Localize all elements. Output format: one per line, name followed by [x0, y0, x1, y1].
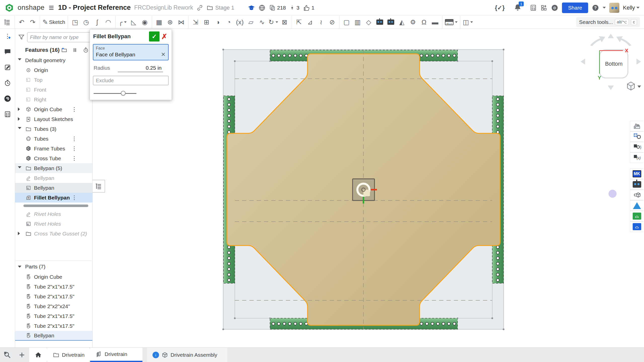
feature-state-dots-icon[interactable]: ⋮ [71, 136, 77, 142]
edit-notes-icon[interactable] [3, 63, 12, 72]
feature-row-origin[interactable]: Origin [15, 65, 92, 75]
fillet-icon[interactable]: ╭ [117, 17, 128, 28]
document-menu-icon[interactable] [48, 5, 55, 11]
filter-input[interactable] [27, 32, 93, 42]
spacer-icon[interactable]: ▬ [430, 17, 441, 28]
feature-row-cross-tube[interactable]: Cross Tube⋮ [15, 153, 92, 163]
rollback-bar[interactable] [15, 203, 92, 209]
export-part-icon[interactable] [630, 190, 643, 200]
notifications-button[interactable]: 1 [514, 4, 521, 12]
mirror-icon[interactable]: ⋈ [176, 17, 187, 28]
view-cube[interactable]: Bottom X Y [575, 32, 643, 95]
tensioner-icon[interactable]: Ω [419, 17, 430, 28]
feature-row-frame-tubes[interactable]: Frame Tubes⋮ [15, 144, 92, 153]
gear-icon[interactable]: ⚙ [407, 17, 419, 28]
config-functions-icon[interactable]: (x) [630, 152, 643, 163]
linear-pattern-icon[interactable]: ▦ [154, 17, 165, 28]
view-menu-caret-icon[interactable] [637, 86, 641, 88]
workspace-breadcrumb[interactable]: Stage 1 [207, 5, 234, 11]
avatar[interactable] [609, 3, 619, 13]
isometric-view-button[interactable] [627, 82, 641, 90]
loft-icon[interactable]: ◠ [103, 17, 114, 28]
sweep-icon[interactable]: ʃ [92, 17, 103, 28]
part-row-bellypan[interactable]: Bellypan [15, 331, 92, 341]
ai-advisor-icon[interactable]: ⚙ [551, 4, 558, 12]
delete-face-icon[interactable]: ⊘ [327, 17, 338, 28]
name-tag-icon[interactable]: HELLO [444, 17, 459, 28]
measure-icon[interactable]: ◫ [462, 17, 474, 28]
feature-row-tubes[interactable]: Tubes⋮ [15, 134, 92, 144]
boolean-icon[interactable]: ◑ [212, 17, 223, 28]
undo-icon[interactable]: ↶ [16, 17, 27, 28]
feature-row-default-geometry[interactable]: Default geometry [15, 55, 92, 65]
expand-chevron-icon[interactable] [18, 127, 21, 129]
frame-icon[interactable]: ▢ [341, 17, 352, 28]
follow-mode-icon[interactable] [3, 94, 12, 103]
feature-row-rivet-holes[interactable]: Rivet Holes [15, 209, 92, 219]
robot-config-icon[interactable] [374, 17, 385, 28]
part-row-tube-2-x1-x17-5-[interactable]: Tube 2"x1"x17.5" [15, 311, 92, 321]
feature-row-cross-tube-gusset-2-[interactable]: Cross Tube Gusset (2) [15, 229, 92, 238]
new-tab-button[interactable] [15, 348, 29, 362]
composite-icon[interactable]: ⊞ [201, 17, 212, 28]
help-icon[interactable]: ? [592, 4, 599, 12]
feature-row-fillet-bellypan[interactable]: Fillet Bellypan⋮ [15, 193, 92, 203]
link-icon[interactable] [197, 5, 203, 11]
expand-chevron-icon[interactable] [18, 166, 21, 168]
tube-icon[interactable]: ▥ [352, 17, 363, 28]
tasks-icon[interactable] [3, 110, 12, 119]
new-folder-icon[interactable] [61, 47, 67, 53]
feature-row-tubes-3-[interactable]: Tubes (3) [15, 124, 92, 134]
redo-icon[interactable]: ↷ [27, 17, 38, 28]
feature-row-layout-sketches[interactable]: Layout Sketches [15, 114, 92, 124]
accept-button[interactable]: ✓ [149, 31, 160, 42]
rollback-slider[interactable] [94, 91, 136, 96]
expand-chevron-icon[interactable] [18, 117, 20, 121]
part-row-tube-2-x1-x17-5-[interactable]: Tube 2"x1"x17.5" [15, 292, 92, 301]
release-tasks-icon[interactable] [530, 4, 537, 11]
document-title[interactable]: 1D - Project Reference [58, 4, 131, 12]
rollback-bar-handle[interactable] [23, 205, 88, 207]
filter-icon[interactable] [18, 34, 25, 41]
config-variables-icon[interactable]: } [630, 142, 643, 152]
hole-icon[interactable]: ◉ [139, 17, 150, 28]
pattern-icon[interactable]: ↻ [268, 17, 279, 28]
tab-drivetrain-assembly[interactable]: ↓Drivetrain Assembly [147, 348, 228, 362]
insert-version-icon[interactable] [3, 32, 12, 41]
feature-state-dots-icon[interactable]: ⋮ [71, 145, 77, 152]
feature-row-bellypan-5-[interactable]: Bellypan (5) [15, 163, 92, 173]
user-menu[interactable]: Kelly [623, 5, 639, 11]
suspend-rebuild-icon[interactable] [72, 47, 78, 53]
split-icon[interactable]: ◔ [223, 17, 234, 28]
feature-state-dots-icon[interactable]: ⋮ [71, 106, 77, 113]
radius-input[interactable]: 0.25 in [118, 64, 163, 72]
config-table-icon[interactable] [630, 131, 643, 142]
robot-lib-icon[interactable] [385, 17, 396, 28]
measure-dropdown-icon[interactable] [470, 21, 473, 23]
find-in-document-button[interactable] [0, 348, 15, 362]
slider-track[interactable] [94, 93, 136, 94]
feature-row-bellypan[interactable]: Bellypan [15, 183, 92, 193]
move-face-icon[interactable]: ⇱ [293, 17, 305, 28]
parts-chevron-icon[interactable] [18, 266, 21, 268]
expand-chevron-icon[interactable] [18, 58, 21, 60]
app-store-icon[interactable] [540, 4, 547, 11]
likes-stat[interactable]: 1 [303, 4, 315, 11]
feature-row-top[interactable]: Top [15, 75, 92, 85]
rotate-ccw-arrow[interactable] [590, 36, 605, 46]
flange-icon[interactable]: ⊿ [305, 17, 316, 28]
variable-icon[interactable]: (x) [234, 17, 245, 28]
exclude-selection-field[interactable]: Exclude [93, 76, 169, 85]
feature-row-right[interactable]: Right [15, 95, 92, 104]
appearance-panel-icon[interactable] [630, 121, 643, 131]
scene-svg[interactable] [93, 29, 644, 347]
model-canvas[interactable]: Bottom X Y [93, 29, 644, 347]
delete-part-icon[interactable]: ⊠ [279, 17, 290, 28]
triangle-app-icon[interactable] [630, 200, 643, 211]
feature-row-front[interactable]: Front [15, 85, 92, 95]
help-caret-icon[interactable] [603, 7, 606, 9]
rotate-cw-arrow[interactable] [616, 36, 631, 46]
name-tag-dropdown-icon[interactable] [455, 21, 458, 23]
public-document-icon[interactable] [258, 4, 266, 11]
cancel-button[interactable]: ✗ [160, 31, 169, 42]
